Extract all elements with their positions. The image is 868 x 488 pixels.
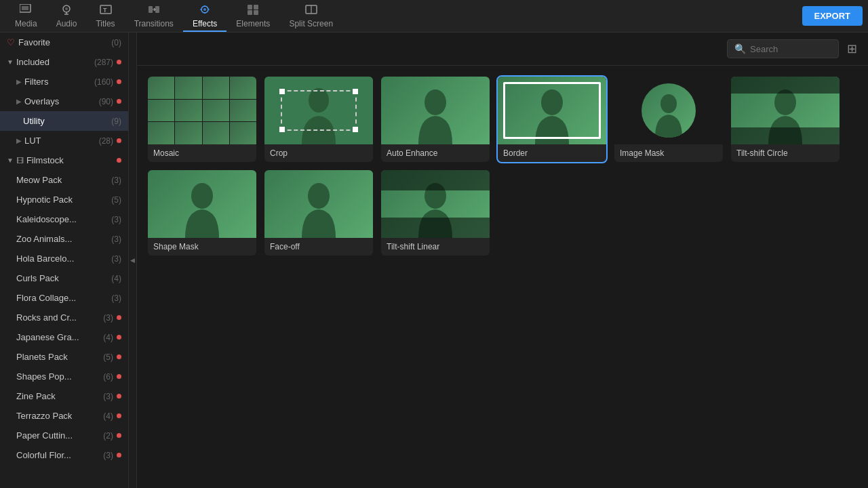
search-input[interactable]	[750, 44, 831, 54]
sidebar-item-japanese-gra[interactable]: Japanese Gra... (4)	[0, 327, 128, 347]
effect-label-border: Border	[498, 144, 606, 162]
effect-label-mosaic: Mosaic	[148, 144, 256, 162]
terrazzo-pack-label: Terrazzo Pack	[16, 411, 100, 421]
effect-card-border[interactable]: Border	[498, 77, 606, 162]
content-area: 🔍 ⊞ Mosaic	[137, 33, 868, 488]
sidebar-section-included[interactable]: ▼ Included (287)	[0, 52, 128, 72]
utility-label: Utility	[23, 116, 108, 126]
main-layout: ♡ Favorite (0) ▼ Included (287) ▶ Filter…	[0, 33, 868, 488]
nav-effects[interactable]: Effects	[183, 0, 226, 32]
sidebar-item-paper-cuttin[interactable]: Paper Cuttin... (2)	[0, 426, 128, 445]
nav-audio-label: Audio	[56, 19, 77, 28]
paper-new-dot	[117, 433, 121, 438]
overlays-chevron-icon: ▶	[16, 98, 22, 105]
sidebar-item-zine-pack[interactable]: Zine Pack (3)	[0, 386, 128, 406]
effect-card-tilt-shift-linear[interactable]: Tilt-shift Linear	[381, 170, 490, 256]
effect-thumb-tilt-shift-linear	[381, 170, 490, 238]
nav-split-screen-label: Split Screen	[289, 19, 333, 28]
overlays-count: (90)	[99, 97, 113, 106]
sidebar-item-favorite[interactable]: ♡ Favorite (0)	[0, 33, 128, 52]
rocks-new-dot	[117, 315, 121, 320]
sidebar-item-colorful-flora[interactable]: Colorful Flor... (3)	[0, 445, 128, 465]
hypnotic-pack-count: (5)	[111, 195, 121, 205]
lut-chevron-icon: ▶	[16, 137, 22, 144]
elements-icon	[247, 4, 259, 18]
sidebar-item-kaleidoscope[interactable]: Kaleidoscope... (3)	[0, 209, 128, 229]
effect-thumb-tilt-shift-circle	[731, 77, 840, 144]
sidebar-item-flora-collage[interactable]: Flora Collage... (3)	[0, 288, 128, 308]
svg-point-3	[65, 7, 68, 10]
nav-media[interactable]: Media	[5, 0, 47, 32]
effect-label-tilt-shift-circle: Tilt-shift Circle	[731, 144, 840, 162]
sidebar-item-meow-pack[interactable]: Meow Pack (3)	[0, 170, 128, 190]
terrazzo-new-dot	[117, 413, 121, 418]
nav-audio[interactable]: Audio	[47, 0, 87, 32]
effect-card-mosaic[interactable]: Mosaic	[148, 77, 256, 162]
svg-rect-1	[22, 6, 28, 10]
effect-card-auto-enhance[interactable]: Auto Enhance	[381, 77, 490, 162]
sidebar-item-planets-pack[interactable]: Planets Pack (5)	[0, 347, 128, 367]
sidebar-collapse-btn[interactable]: ◀	[129, 33, 137, 488]
curls-pack-count: (4)	[111, 274, 121, 283]
sidebar-item-curls-pack[interactable]: Curls Pack (4)	[0, 268, 128, 288]
rocks-and-cr-label: Rocks and Cr...	[16, 312, 100, 323]
svg-rect-13	[254, 10, 258, 15]
svg-rect-12	[248, 10, 252, 15]
filmstock-icon: 🎞	[16, 157, 24, 165]
sidebar-item-hypnotic-pack[interactable]: Hypnotic Pack (5)	[0, 190, 128, 209]
grid-view-icon[interactable]: ⊞	[847, 41, 857, 56]
hola-barcelo-count: (3)	[111, 254, 121, 264]
zine-new-dot	[117, 394, 121, 399]
included-count: (287)	[94, 58, 113, 67]
heart-icon: ♡	[7, 37, 15, 47]
border-frame	[503, 82, 601, 139]
collapse-arrow-icon: ◀	[130, 257, 135, 264]
sidebar-item-hola-barcelo[interactable]: Hola Barcelo... (3)	[0, 249, 128, 268]
curls-pack-label: Curls Pack	[16, 273, 108, 283]
nav-transitions[interactable]: Transitions	[125, 0, 183, 32]
export-button[interactable]: EXPORT	[802, 6, 863, 26]
sidebar-item-favorite-count: (0)	[111, 38, 121, 47]
sidebar-section-filmstock[interactable]: ▼ 🎞 Filmstock	[0, 150, 128, 170]
sidebar-item-zoo-animals[interactable]: Zoo Animals... (3)	[0, 229, 128, 249]
effect-card-tilt-shift-circle[interactable]: Tilt-shift Circle	[731, 77, 840, 162]
top-nav: Media Audio T Titles Transitions Effects…	[0, 0, 868, 33]
included-chevron-icon: ▼	[7, 58, 14, 66]
effect-thumb-face-off	[264, 170, 373, 238]
effect-card-shape-mask[interactable]: Shape Mask	[148, 170, 256, 256]
sidebar-item-filters[interactable]: ▶ Filters (160)	[0, 72, 128, 92]
sidebar-item-overlays[interactable]: ▶ Overlays (90)	[0, 92, 128, 111]
sidebar-item-shapes-pop[interactable]: Shapes Pop... (6)	[0, 367, 128, 386]
effect-thumb-border	[498, 77, 606, 144]
effect-label-image-mask: Image Mask	[614, 144, 723, 162]
lut-label: LUT	[24, 136, 96, 146]
effect-card-image-mask[interactable]: Image Mask	[614, 77, 723, 162]
terrazzo-pack-count: (4)	[103, 411, 113, 421]
crop-corner-tl	[279, 89, 285, 94]
svg-point-18	[425, 89, 446, 115]
nav-elements-label: Elements	[236, 19, 270, 28]
sidebar-item-terrazzo-pack[interactable]: Terrazzo Pack (4)	[0, 406, 128, 426]
nav-split-screen[interactable]: Split Screen	[279, 0, 342, 32]
effect-label-shape-mask: Shape Mask	[148, 238, 256, 256]
nav-transitions-label: Transitions	[134, 19, 174, 28]
svg-point-22	[191, 183, 213, 209]
effect-card-crop[interactable]: Crop	[264, 77, 373, 162]
sidebar-item-utility[interactable]: Utility (9)	[0, 111, 128, 131]
svg-rect-11	[254, 5, 258, 9]
sidebar-item-lut[interactable]: ▶ LUT (28)	[0, 131, 128, 150]
crop-corner-tr	[353, 89, 358, 94]
svg-point-9	[203, 8, 206, 11]
svg-rect-10	[248, 5, 252, 9]
nav-titles[interactable]: T Titles	[86, 0, 124, 32]
meow-pack-count: (3)	[111, 176, 121, 185]
utility-count: (9)	[111, 117, 121, 126]
transitions-icon	[148, 4, 160, 18]
shapes-new-dot	[117, 374, 121, 379]
search-icon: 🔍	[734, 43, 746, 54]
nav-elements[interactable]: Elements	[226, 0, 279, 32]
planets-pack-count: (5)	[103, 352, 113, 362]
effect-card-face-off[interactable]: Face-off	[264, 170, 373, 256]
sidebar-item-rocks-and-cr[interactable]: Rocks and Cr... (3)	[0, 308, 128, 327]
search-box[interactable]: 🔍	[727, 39, 839, 58]
